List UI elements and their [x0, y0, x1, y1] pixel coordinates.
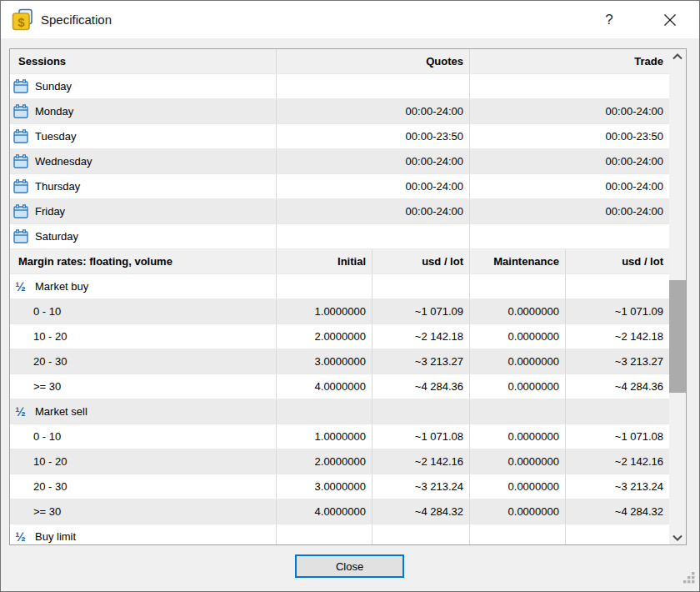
- scroll-down-button[interactable]: [669, 530, 686, 544]
- margin-row[interactable]: 20 - 30 3.0000000 ~3 213.27 0.0000000 ~3…: [10, 349, 669, 374]
- maintenance-usd-value: ~3 213.24: [566, 474, 669, 499]
- margin-row[interactable]: 10 - 20 2.0000000 ~2 142.16 0.0000000 ~2…: [10, 449, 669, 474]
- sessions-header-label: Sessions: [10, 49, 277, 73]
- quotes-value: 00:00-24:00: [277, 149, 470, 173]
- quotes-value: [277, 74, 470, 98]
- initial-usd-value: ~1 071.08: [372, 424, 470, 449]
- session-row-wednesday[interactable]: Wednesday 00:00-24:00 00:00-24:00: [10, 149, 669, 174]
- initial-usd-value: ~4 284.36: [372, 374, 470, 399]
- initial-usd-lot-column-header: usd / lot: [372, 249, 470, 273]
- maintenance-usd-lot-column-header: usd / lot: [566, 249, 669, 273]
- initial-usd-value: ~2 142.18: [372, 324, 470, 349]
- maintenance-value: 0.0000000: [470, 374, 566, 399]
- margin-row[interactable]: 20 - 30 3.0000000 ~3 213.24 0.0000000 ~3…: [10, 474, 669, 499]
- quotes-column-header: Quotes: [277, 49, 470, 73]
- maintenance-column-header: Maintenance: [470, 249, 566, 273]
- maintenance-usd-value: ~4 284.32: [566, 499, 669, 524]
- margin-group-market-sell[interactable]: ½Market sell: [10, 399, 669, 424]
- day-label: Saturday: [35, 230, 78, 243]
- initial-column-header: Initial: [277, 249, 372, 273]
- close-x-icon: [663, 13, 677, 27]
- session-row-saturday[interactable]: Saturday: [10, 224, 669, 249]
- help-button[interactable]: ?: [596, 7, 622, 33]
- quotes-value: 00:00-24:00: [277, 99, 470, 123]
- calendar-icon: [12, 104, 28, 118]
- trade-value: 00:00-23:50: [470, 124, 669, 148]
- day-label: Tuesday: [35, 130, 76, 143]
- maintenance-usd-value: ~1 071.09: [566, 299, 669, 324]
- scrollbar-thumb[interactable]: [669, 280, 686, 393]
- group-label: Market sell: [35, 405, 88, 418]
- maintenance-value: 0.0000000: [470, 474, 566, 499]
- resize-grip-icon[interactable]: [683, 572, 695, 587]
- day-label: Sunday: [35, 80, 72, 93]
- margin-header-label: Margin rates: floating, volume: [10, 249, 277, 273]
- volume-range: 0 - 10: [10, 424, 277, 449]
- initial-value: 1.0000000: [277, 424, 372, 449]
- specification-table: Sessions Quotes Trade Sunday Monday 00:0…: [9, 48, 687, 545]
- one-half-icon: ½: [12, 530, 28, 543]
- volume-range: 10 - 20: [10, 324, 277, 349]
- volume-range: 20 - 30: [10, 349, 277, 374]
- close-window-button[interactable]: [657, 7, 683, 33]
- maintenance-usd-value: ~2 142.18: [566, 324, 669, 349]
- table-rows: Sessions Quotes Trade Sunday Monday 00:0…: [10, 49, 669, 544]
- maintenance-value: 0.0000000: [470, 424, 566, 449]
- quotes-value: 00:00-24:00: [277, 199, 470, 223]
- one-half-icon: ½: [12, 280, 28, 293]
- maintenance-usd-value: ~3 213.27: [566, 349, 669, 374]
- group-label: Market buy: [35, 280, 88, 293]
- calendar-icon: [12, 154, 28, 168]
- day-label: Thursday: [35, 180, 80, 193]
- margin-row[interactable]: 10 - 20 2.0000000 ~2 142.18 0.0000000 ~2…: [10, 324, 669, 349]
- scroll-up-button[interactable]: [669, 49, 686, 63]
- volume-range: 10 - 20: [10, 449, 277, 474]
- calendar-icon: [12, 179, 28, 193]
- specification-dialog: $ Specification ? Sessions Quotes Trade: [0, 0, 700, 592]
- chevron-down-icon: [672, 534, 682, 541]
- margin-header-row: Margin rates: floating, volume Initial u…: [10, 249, 669, 274]
- dialog-title: Specification: [41, 13, 112, 27]
- initial-value: 3.0000000: [277, 474, 372, 499]
- trade-value: 00:00-24:00: [470, 99, 669, 123]
- initial-usd-value: ~3 213.27: [372, 349, 470, 374]
- volume-range: >= 30: [10, 499, 277, 524]
- trade-column-header: Trade: [470, 49, 669, 73]
- margin-row[interactable]: 0 - 10 1.0000000 ~1 071.08 0.0000000 ~1 …: [10, 424, 669, 449]
- chevron-up-icon: [672, 53, 682, 60]
- initial-value: 2.0000000: [277, 449, 372, 474]
- margin-row[interactable]: >= 30 4.0000000 ~4 284.32 0.0000000 ~4 2…: [10, 499, 669, 524]
- session-row-friday[interactable]: Friday 00:00-24:00 00:00-24:00: [10, 199, 669, 224]
- group-label: Buy limit: [35, 530, 76, 543]
- session-row-thursday[interactable]: Thursday 00:00-24:00 00:00-24:00: [10, 174, 669, 199]
- volume-range: >= 30: [10, 374, 277, 399]
- maintenance-value: 0.0000000: [470, 349, 566, 374]
- title-bar: $ Specification ?: [1, 1, 699, 38]
- trade-value: [470, 74, 669, 98]
- calendar-icon: [12, 129, 28, 143]
- calendar-icon: [12, 79, 28, 93]
- initial-usd-value: ~3 213.24: [372, 474, 470, 499]
- vertical-scrollbar[interactable]: [669, 49, 686, 544]
- day-label: Monday: [35, 105, 73, 118]
- quotes-value: [277, 224, 470, 248]
- session-row-tuesday[interactable]: Tuesday 00:00-23:50 00:00-23:50: [10, 124, 669, 149]
- close-button[interactable]: Close: [295, 554, 404, 578]
- margin-group-buy-limit[interactable]: ½Buy limit: [10, 524, 669, 544]
- margin-row[interactable]: 0 - 10 1.0000000 ~1 071.09 0.0000000 ~1 …: [10, 299, 669, 324]
- margin-row[interactable]: >= 30 4.0000000 ~4 284.36 0.0000000 ~4 2…: [10, 374, 669, 399]
- svg-text:$: $: [18, 15, 25, 29]
- sessions-header-row: Sessions Quotes Trade: [10, 49, 669, 74]
- maintenance-value: 0.0000000: [470, 449, 566, 474]
- session-row-monday[interactable]: Monday 00:00-24:00 00:00-24:00: [10, 99, 669, 124]
- volume-range: 0 - 10: [10, 299, 277, 324]
- calendar-icon: [12, 229, 28, 243]
- day-label: Wednesday: [35, 155, 92, 168]
- margin-group-market-buy[interactable]: ½Market buy: [10, 274, 669, 299]
- maintenance-value: 0.0000000: [470, 299, 566, 324]
- trade-value: 00:00-24:00: [470, 174, 669, 198]
- initial-value: 4.0000000: [277, 374, 372, 399]
- quotes-value: 00:00-23:50: [277, 124, 470, 148]
- session-row-sunday[interactable]: Sunday: [10, 74, 669, 99]
- initial-value: 4.0000000: [277, 499, 372, 524]
